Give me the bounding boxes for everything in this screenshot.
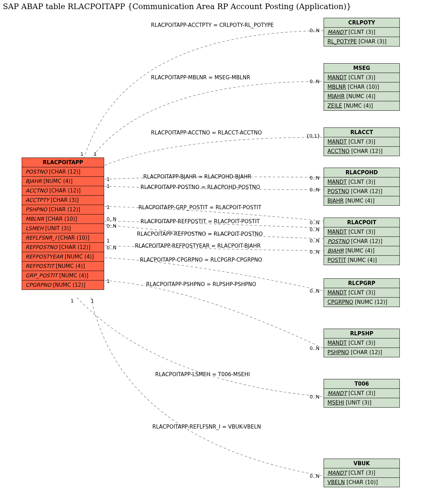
field-row: REFPOSTIT [NUMC (4)] <box>22 262 104 271</box>
relation-label: RLACPOITAPP-REFPOSTNO = RLACPOIT-POSTNO <box>137 231 263 237</box>
field-name: ZEILE <box>327 103 342 109</box>
field-type: [CHAR (12)] <box>49 188 81 194</box>
field-name: MBLNR <box>327 84 346 90</box>
field-name: MANDT <box>327 179 347 185</box>
cardinality-right: 0..N <box>310 394 319 400</box>
field-name: MJAHR <box>327 93 345 100</box>
field-name: REFPOSTIT <box>26 263 54 269</box>
field-type: [NUMC (4)] <box>348 257 377 263</box>
field-name: VBELN <box>327 479 345 485</box>
field-type: [UNIT (3)] <box>346 400 371 406</box>
entity-rlacpohd: RLACPOHD MANDT [CLNT (3)] POSTNO [CHAR (… <box>324 168 400 206</box>
cardinality-right: 0..N <box>310 473 319 479</box>
field-name: CPGRPNO <box>26 282 51 288</box>
field-row: PSHPNO [CHAR (12)] <box>324 348 399 357</box>
diagram-canvas: RLACPOITAPP POSTNO [CHAR (12)] BJAHR [NU… <box>0 12 433 504</box>
page-title: SAP ABAP table RLACPOITAPP {Communicatio… <box>0 0 433 12</box>
field-type: [CHAR (10)] <box>58 235 89 241</box>
cardinality-left: 1 <box>107 278 110 284</box>
field-row: MJAHR [NUMC (4)] <box>324 92 399 101</box>
field-type: [CHAR (3)] <box>359 38 387 45</box>
relation-label: RLACPOITAPP-REFLFSNR_I = VBUK-VBELN <box>152 424 261 430</box>
field-row: MBLNR [CHAR (10)] <box>22 214 104 224</box>
field-type: [NUMC (4)] <box>345 248 374 254</box>
field-row: LSMEH [UNIT (3)] <box>22 224 104 233</box>
field-row: RL_POTYPE [CHAR (3)] <box>324 37 399 46</box>
field-type: [CHAR (12)] <box>351 188 382 195</box>
field-name: PSHPNO <box>26 206 47 213</box>
entity-t006: T006 MANDT [CLNT (3)] MSEHI [UNIT (3)] <box>324 379 400 408</box>
field-type: [CLNT (3)] <box>348 29 375 35</box>
field-name: POSTNO <box>26 169 48 175</box>
field-type: [CHAR (12)] <box>49 206 80 213</box>
field-type: [CHAR (12)] <box>59 244 91 250</box>
field-row: PSHPNO [CHAR (12)] <box>22 205 104 214</box>
cardinality-left: 1 <box>107 204 110 210</box>
entity-header: RLCPGRP <box>324 279 399 288</box>
entity-mseg: MSEG MANDT [CLNT (3)] MBLNR [CHAR (10)] … <box>324 63 400 111</box>
cardinality-left: 1 <box>107 176 110 182</box>
field-name: LSMEH <box>26 225 44 232</box>
field-name: POSTNO <box>327 238 349 244</box>
field-row: MANDT [CLNT (3)] <box>324 288 399 298</box>
field-row: MANDT [CLNT (3)] <box>324 389 399 398</box>
field-name: PSHPNO <box>327 349 349 356</box>
field-type: [CLNT (3)] <box>348 290 375 296</box>
field-type: [CHAR (10)] <box>346 479 378 485</box>
field-type: [NUMC (12)] <box>355 299 387 305</box>
field-type: [CLNT (3)] <box>348 139 375 145</box>
field-name: MANDT <box>327 470 347 476</box>
field-row: POSTNO [CHAR (12)] <box>22 167 104 177</box>
field-row: GRP_POSTIT [NUMC (4)] <box>22 271 104 280</box>
field-type: [UNIT (3)] <box>45 225 71 232</box>
field-type: [CLNT (3)] <box>348 74 375 81</box>
cardinality-right: 0..N <box>310 288 319 294</box>
field-row: MANDT [CLNT (3)] <box>324 73 399 82</box>
cardinality-left: 1 <box>71 298 74 304</box>
field-row: MANDT [CLNT (3)] <box>324 177 399 187</box>
field-row: ZEILE [NUMC (4)] <box>324 101 399 110</box>
entity-rlacpoitapp: RLACPOITAPP POSTNO [CHAR (12)] BJAHR [NU… <box>22 158 104 290</box>
cardinality-left: 1 <box>80 151 84 157</box>
relation-label: RLACPOITAPP-GRP_POSTIT = RLACPOIT-POSTIT <box>138 204 261 211</box>
cardinality-right: 0..N <box>310 238 319 243</box>
field-row: MANDT [CLNT (3)] <box>324 468 399 478</box>
cardinality-right: 0..N <box>310 79 319 84</box>
relation-label: RLACPOITAPP-ACCTPTY = CRLPOTY-RL_POTYPE <box>151 22 274 28</box>
cardinality-left: 0..N <box>107 216 116 222</box>
entity-header: T006 <box>324 379 399 389</box>
field-name: MANDT <box>327 390 347 396</box>
field-type: [NUMC (12)] <box>53 282 85 288</box>
field-type: [CHAR (10)] <box>46 216 77 222</box>
field-name: MSEHI <box>327 400 344 406</box>
field-name: MANDT <box>327 29 347 35</box>
entity-rlacct: RLACCT MANDT [CLNT (3)] ACCTNO [CHAR (12… <box>324 127 400 156</box>
cardinality-right: {0,1} <box>306 133 320 139</box>
field-type: [NUMC (4)] <box>56 263 85 269</box>
relation-label: RLACPOITAPP-BJAHR = RLACPOHD-BJAHR <box>143 174 251 180</box>
field-type: [CLNT (3)] <box>348 179 375 185</box>
field-name: RL_POTYPE <box>327 38 357 45</box>
field-row: MANDT [CLNT (3)] <box>324 137 399 147</box>
entity-rlcpgrp: RLCPGRP MANDT [CLNT (3)] CPGRPNO [NUMC (… <box>324 278 400 307</box>
field-type: [CLNT (3)] <box>348 390 375 396</box>
field-name: MBLNR <box>26 216 44 222</box>
field-row: MANDT [CLNT (3)] <box>324 227 399 237</box>
relation-label: RLACPOITAPP-MBLNR = MSEG-MBLNR <box>151 74 250 81</box>
cardinality-left: 1 <box>107 238 110 243</box>
field-type: [CHAR (12)] <box>351 349 382 356</box>
cardinality-left: 0..N <box>107 245 116 250</box>
cardinality-right: 0..N <box>310 220 319 225</box>
entity-header: RLACPOIT <box>324 218 399 227</box>
field-row: BJAHR [NUMC (4)] <box>324 246 399 256</box>
field-row: REFLFSNR_I [CHAR (10)] <box>22 233 104 243</box>
field-type: [CHAR (12)] <box>351 238 382 244</box>
relation-label: RLACPOITAPP-POSTNO = RLACPOHD-POSTNO <box>140 184 260 190</box>
cardinality-left: 1 <box>107 183 110 189</box>
cardinality-right: 0..N <box>310 28 319 33</box>
field-name: REFPOSTYEAR <box>26 254 63 260</box>
field-type: [NUMC (4)] <box>346 93 375 100</box>
field-name: MANDT <box>327 229 347 235</box>
field-row: ACCTNO [CHAR (12)] <box>22 186 104 196</box>
field-row: CPGRPNO [NUMC (12)] <box>324 298 399 307</box>
